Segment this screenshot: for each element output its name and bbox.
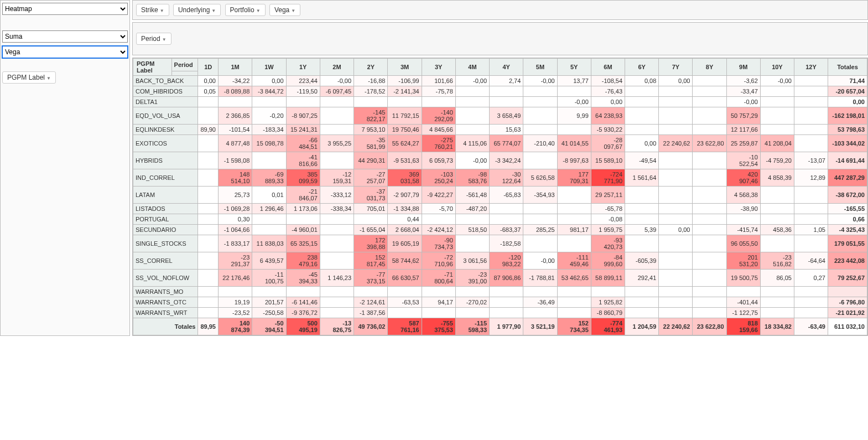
chip-portfolio[interactable]: Portfolio▼ [225,4,266,16]
row-label[interactable]: DELTA1 [133,97,198,107]
col-1D[interactable]: 1D [198,59,219,76]
col-9M[interactable]: 9M [726,59,760,76]
col-8Y[interactable]: 8Y [693,59,726,76]
cell [490,297,523,308]
cell: -3 342,24 [490,152,523,169]
cell: 4 877,48 [218,135,252,152]
measure-select[interactable]: Vega [2,46,128,58]
cell: -101,54 [218,125,252,135]
table-row: WARRANTS_MO [133,287,867,297]
col-10Y[interactable]: 10Y [760,59,794,76]
cell: -69 889,33 [252,169,286,187]
row-label[interactable]: SS_VOL_NOFLOW [133,270,198,287]
cell [659,97,693,107]
cell: 0,27 [794,270,828,287]
row-total: 0,66 [828,214,867,225]
row-label[interactable]: HYBRIDS [133,152,198,169]
cell [455,287,489,297]
col-total: -50 394,51 [252,318,286,335]
col-4M[interactable]: 4M [455,59,489,76]
cell: -561,48 [455,187,489,204]
cell [252,287,286,297]
cell: 1 959,75 [591,225,625,235]
col-7Y[interactable]: 7Y [659,59,693,76]
col-1Y[interactable]: 1Y [286,59,320,76]
cell [320,252,354,270]
row-label[interactable]: LATAM [133,187,198,204]
row-label[interactable]: SINGLE_STOCKS [133,235,198,252]
cell [693,270,726,287]
cell: -0,08 [591,214,625,225]
col-3M[interactable]: 3M [388,59,422,76]
pgpm-label-chip[interactable]: PGPM Label▼ [2,71,56,84]
chip-underlying[interactable]: Underlying▼ [173,4,221,16]
table-row: WARRANTS_WRT-23,52-250,58-9 376,72-1 387… [133,308,867,318]
col-6Y[interactable]: 6Y [625,59,659,76]
cell: -12 159,31 [320,169,354,187]
col-6M[interactable]: 6M [591,59,625,76]
cell: 152 817,45 [354,252,388,270]
cell [693,169,726,187]
cell [198,225,219,235]
row-label[interactable]: COM_HIBRIDOS [133,86,198,97]
cell: -2 124,61 [354,297,388,308]
cell: -140 292,09 [422,107,455,125]
cell [760,235,794,252]
cell: 65 325,15 [286,235,320,252]
row-label[interactable]: SECUNDARIO [133,225,198,235]
cell [794,297,828,308]
cell: 0,44 [388,214,422,225]
cell: -354,93 [523,187,557,204]
cell: 22 240,62 [659,135,693,152]
cell [320,214,354,225]
cell: 420 907,46 [726,169,760,187]
cell: -1 064,66 [218,225,252,235]
cell: 292,41 [625,270,659,287]
row-label[interactable]: PORTUGAL [133,214,198,225]
row-total: -165,55 [828,204,867,214]
col-total: 818 159,66 [726,318,760,335]
col-3Y[interactable]: 3Y [422,59,455,76]
row-label[interactable]: SS_CORREL [133,252,198,270]
cell: 13,77 [557,76,591,86]
chevron-down-icon: ▼ [46,76,51,81]
col-5M[interactable]: 5M [523,59,557,76]
row-label[interactable]: BACK_TO_BACK [133,76,198,86]
row-label[interactable]: WARRANTS_OTC [133,297,198,308]
cell [490,204,523,214]
cell: 25 259,87 [726,135,760,152]
col-1W[interactable]: 1W [252,59,286,76]
cell: 19 750,46 [388,125,422,135]
cell: 44 290,31 [354,152,388,169]
cell: -3 844,72 [252,86,286,97]
agg-select[interactable]: Suma [2,30,128,43]
row-total: -38 672,00 [828,187,867,204]
cell [794,86,828,97]
row-label[interactable]: WARRANTS_WRT [133,308,198,318]
chip-vega[interactable]: Vega▼ [269,4,300,16]
col-total: 500 495,19 [286,318,320,335]
row-label[interactable]: EQD_VOL_USA [133,107,198,125]
col-4Y[interactable]: 4Y [490,59,523,76]
row-label[interactable]: WARRANTS_MO [133,287,198,297]
row-label[interactable]: EQLINKDESK [133,125,198,135]
col-12Y[interactable]: 12Y [794,59,828,76]
cell [198,214,219,225]
row-total [828,287,867,297]
row-label[interactable]: EXOTICOS [133,135,198,152]
col-2M[interactable]: 2M [320,59,354,76]
cell: -1 122,75 [726,308,760,318]
col-1M[interactable]: 1M [218,59,252,76]
row-label[interactable]: LISTADOS [133,204,198,214]
row-label[interactable]: IND_CORREL [133,169,198,187]
chip-period[interactable]: Period▼ [136,33,171,45]
cell: -1 334,88 [388,204,422,214]
cell [659,152,693,169]
chip-strike[interactable]: Strike▼ [136,4,169,16]
chart-type-select[interactable]: Heatmap [2,3,128,15]
cell: -93 420,73 [591,235,625,252]
col-2Y[interactable]: 2Y [354,59,388,76]
cell [523,152,557,169]
col-5Y[interactable]: 5Y [557,59,591,76]
cell: -111 459,46 [557,252,591,270]
